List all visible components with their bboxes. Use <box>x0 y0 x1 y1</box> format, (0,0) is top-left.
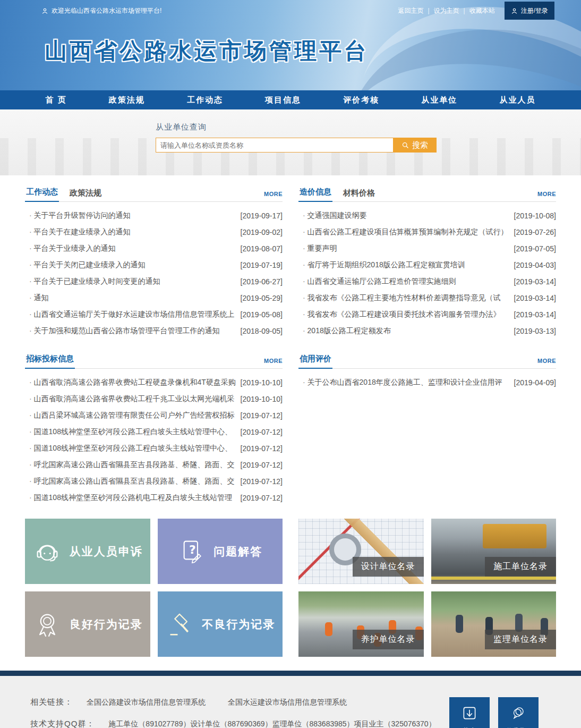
news-title[interactable]: 交通强国建设纲要 <box>303 211 367 221</box>
link-national-highway-credit[interactable]: 全国公路建设市场信用信息管理系统 <box>87 698 206 707</box>
news-title[interactable]: 关于公布山西省2018年度公路施工、监理和设计企业信用评 <box>303 378 502 387</box>
search-button[interactable]: 搜索 <box>393 138 437 153</box>
main-content: 工作动态 政策法规 MORE 关于平台升级暂停访问的通知[2019-09-17]… <box>25 175 556 665</box>
news-title[interactable]: 我省发布《公路工程主要地方性材料价差调整指导意见（试 <box>303 293 501 303</box>
news-date: [2019-03-14] <box>514 277 556 286</box>
link-return-home[interactable]: 返回主页 <box>398 6 423 15</box>
nav-work-news[interactable]: 工作动态 <box>187 95 223 105</box>
section-work-news: 工作动态 政策法规 MORE 关于平台升级暂停访问的通知[2019-09-17]… <box>25 186 283 339</box>
news-item: 山西省交通运输厅公路工程造价管理实施细则[2019-03-14] <box>303 273 556 290</box>
svg-text:?: ? <box>189 543 196 556</box>
gallery-construction-units[interactable]: 施工单位名录 <box>431 519 557 584</box>
tab-bidding[interactable]: 招标投标信息 <box>25 354 75 369</box>
tile-qa[interactable]: ? 问题解答 <box>158 519 283 584</box>
news-title[interactable]: 山西省交通运输厅关于做好水运建设市场信用信息管理系统上 <box>29 310 235 319</box>
news-title[interactable]: 平台关于在建业绩录入的通知 <box>29 227 131 237</box>
news-title[interactable]: 呼北国家高速公路山西省隰县至吉县段路基、桥隧、路面、交 <box>29 477 235 486</box>
gallery-label: 监理单位名录 <box>485 630 556 649</box>
contact-us-button[interactable]: 联系我们 <box>498 697 539 728</box>
link-set-home[interactable]: 设为主页 <box>434 6 459 15</box>
nav-project-info[interactable]: 项目信息 <box>265 95 301 105</box>
news-date: [2019-05-08] <box>241 310 283 319</box>
register-login-button[interactable]: 注册/登录 <box>505 2 554 20</box>
tab-policies[interactable]: 政策法规 <box>69 188 102 202</box>
more-link[interactable]: MORE <box>264 358 283 368</box>
search-band: 从业单位查询 搜索 <box>0 109 581 175</box>
gallery-supervision-units[interactable]: 监理单位名录 <box>431 591 557 657</box>
tile-good-records[interactable]: 良好行为记录 <box>25 591 150 657</box>
news-item: 国道108线神堂堡至砂河段公路工程白坡头主线站管理中心、[2019-07-12] <box>29 440 283 456</box>
more-link[interactable]: MORE <box>537 191 556 201</box>
tile-label: 问题解答 <box>213 544 262 559</box>
news-date: [2019-10-08] <box>514 211 556 220</box>
main-nav: 首 页 政策法规 工作动态 项目信息 评价考核 从业单位 从业人员 <box>0 90 581 109</box>
tile-bad-records[interactable]: 不良行为记录 <box>158 591 283 657</box>
tile-label: 从业人员申诉 <box>70 544 143 559</box>
news-title[interactable]: 国道108线神堂堡至砂河段公路工程白坡头主线站管理中心、 <box>29 444 232 453</box>
gallery-maintenance-units[interactable]: 养护单位名录 <box>298 591 424 657</box>
news-item: 通知[2019-05-29] <box>29 290 283 306</box>
user-icon <box>41 7 48 14</box>
nav-units[interactable]: 从业单位 <box>421 95 457 105</box>
news-date: [2019-07-12] <box>241 477 283 486</box>
gallery-design-units[interactable]: 设计单位名录 <box>298 519 424 584</box>
download-icon <box>460 704 479 722</box>
nav-policies[interactable]: 政策法规 <box>109 95 145 105</box>
news-title[interactable]: 山西省取消高速公路省界收费站工程硬盘录像机和4T硬盘采购 <box>29 378 236 387</box>
gavel-icon <box>165 610 194 639</box>
news-item: 省厅将于近期组织2018版公路工程定额宣贯培训[2019-04-03] <box>303 257 556 273</box>
more-link[interactable]: MORE <box>537 358 556 368</box>
nav-home[interactable]: 首 页 <box>46 95 67 105</box>
section-bidding: 招标投标信息 MORE 山西省取消高速公路省界收费站工程硬盘录像机和4T硬盘采购… <box>25 353 283 506</box>
news-item: 山西省取消高速公路省界收费站工程千兆工业以太网光端机采[2019-10-10] <box>29 391 283 407</box>
news-item: 重要声明[2019-07-05] <box>303 240 556 257</box>
tab-material-prices[interactable]: 材料价格 <box>342 188 376 202</box>
news-date: [2019-09-02] <box>241 228 283 236</box>
news-title[interactable]: 重要声明 <box>303 244 337 253</box>
tile-personnel-appeal[interactable]: 从业人员申诉 <box>25 519 150 584</box>
news-title[interactable]: 关于平台升级暂停访问的通知 <box>29 211 131 221</box>
section-cost-info: 造价信息 材料价格 MORE 交通强国建设纲要[2019-10-08] 山西省公… <box>298 186 556 339</box>
news-title[interactable]: 平台关于业绩录入的通知 <box>29 244 116 253</box>
download-zone-button[interactable]: 下载专区 <box>449 697 490 728</box>
news-item: 平台关于关闭已建业绩录入的通知[2019-07-19] <box>29 257 283 273</box>
news-title[interactable]: 平台关于已建业绩录入时间变更的通知 <box>29 277 160 286</box>
tab-cost-info[interactable]: 造价信息 <box>298 187 332 202</box>
nav-personnel[interactable]: 从业人员 <box>499 95 535 105</box>
news-title[interactable]: 平台关于关闭已建业绩录入的通知 <box>29 260 146 270</box>
news-date: [2019-03-13] <box>514 327 556 335</box>
news-title[interactable]: 省厅将于近期组织2018版公路工程定额宣贯培训 <box>303 260 465 270</box>
news-title[interactable]: 关于加强和规范山西省公路市场管理平台管理工作的通知 <box>29 326 220 336</box>
news-title[interactable]: 呼北国家高速公路山西省隰县至吉县段路基、桥隧、路面、交 <box>29 460 235 470</box>
news-item: 平台关于已建业绩录入时间变更的通知[2019-06-27] <box>29 273 283 290</box>
user-icon <box>511 7 518 14</box>
search-icon <box>401 141 409 149</box>
news-date: [2019-07-19] <box>241 261 283 269</box>
news-date: [2018-09-05] <box>241 327 283 335</box>
news-date: [2019-05-29] <box>241 294 283 302</box>
news-title[interactable]: 国道108线神堂堡至砂河段公路工程白坡头主线站管理中心、 <box>29 427 232 437</box>
question-icon: ? <box>177 537 206 566</box>
link-national-waterway-credit[interactable]: 全国水运建设市场信用信息管理系统 <box>228 698 347 707</box>
news-title[interactable]: 山西省取消高速公路省界收费站工程千兆工业以太网光端机采 <box>29 394 235 404</box>
news-date: [2019-07-26] <box>514 228 556 236</box>
news-title[interactable]: 通知 <box>29 293 49 303</box>
news-title[interactable]: 国道108线神堂堡至砂河段公路机电工程及白坡头主线站管理 <box>29 493 232 503</box>
news-title[interactable]: 山西吕梁环城高速公路管理有限责任公司户外广告经营权招标 <box>29 411 235 420</box>
more-link[interactable]: MORE <box>264 191 283 201</box>
nav-evaluation[interactable]: 评价考核 <box>343 95 379 105</box>
chat-icon <box>509 704 527 722</box>
news-title[interactable]: 山西省公路工程建设项目估算概算预算编制补充规定（试行） <box>303 227 508 237</box>
tab-credit[interactable]: 信用评价 <box>298 354 332 369</box>
news-item: 山西省取消高速公路省界收费站工程硬盘录像机和4T硬盘采购[2019-10-10] <box>29 374 283 391</box>
tab-work-news[interactable]: 工作动态 <box>25 187 59 202</box>
gallery-label: 施工单位名录 <box>485 557 556 577</box>
search-input[interactable] <box>156 138 393 153</box>
news-title[interactable]: 2018版公路工程定额发布 <box>303 326 391 336</box>
news-title[interactable]: 山西省交通运输厅公路工程造价管理实施细则 <box>303 277 456 286</box>
news-title[interactable]: 我省发布《公路工程建设项目委托技术咨询服务管理办法》 <box>303 310 501 319</box>
search-heading: 从业单位查询 <box>156 122 581 132</box>
news-date: [2019-03-14] <box>514 294 556 302</box>
link-bookmark[interactable]: 收藏本站 <box>469 6 495 15</box>
news-date: [2019-07-05] <box>514 244 556 253</box>
